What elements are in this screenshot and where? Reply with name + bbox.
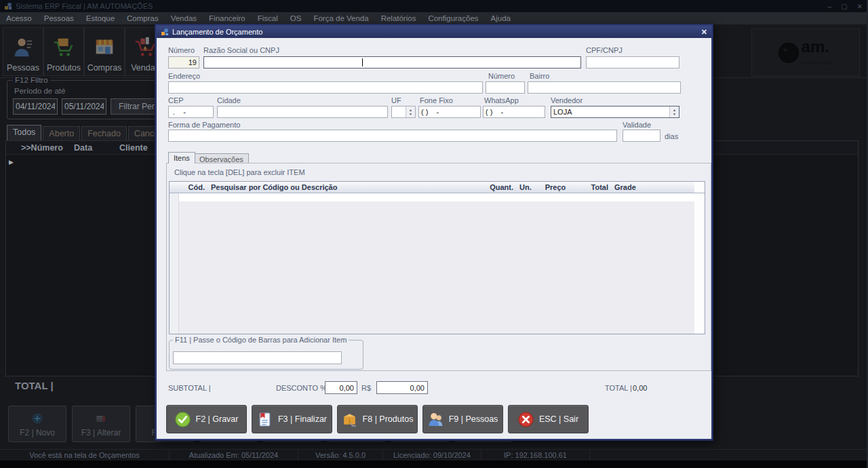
menu-item-os[interactable]: OS xyxy=(284,13,308,24)
grid-header-descricao: Pesquisar por Código ou Descrição xyxy=(208,182,479,193)
edit-icon xyxy=(94,411,108,426)
forma-pagamento-input[interactable] xyxy=(168,130,617,142)
grid-scroll-area[interactable] xyxy=(694,193,705,334)
delete-hint: Clique na tecla [DEL] para excluir ITEM xyxy=(174,168,305,176)
validade-label: Validade xyxy=(623,121,651,129)
menu-item-relatorios[interactable]: Relatórios xyxy=(375,13,422,24)
toolbar-produtos-label: Produtos xyxy=(47,63,81,73)
grid-selector-column xyxy=(170,182,179,193)
grid-header-total: Total xyxy=(574,182,612,193)
main-toolbar: Pessoas Produtos Compras Vendas xyxy=(3,27,165,77)
statusbar-licensed: Licenciado: 09/10/2024 xyxy=(383,450,481,461)
finalizar-button[interactable]: F3 | Finalizar xyxy=(252,405,332,433)
menu-item-ajuda[interactable]: Ajuda xyxy=(485,13,517,24)
fone-fixo-label: Fone Fixo xyxy=(420,96,453,104)
dialog-close-icon[interactable]: ✕ xyxy=(701,28,707,37)
product-box-icon xyxy=(342,412,357,427)
close-icon[interactable]: ✕ xyxy=(857,3,863,10)
cpf-cnpj-input[interactable] xyxy=(586,56,679,69)
menu-item-financeiro[interactable]: Financeiro xyxy=(203,13,252,24)
menu-item-vendas[interactable]: Vendas xyxy=(165,13,203,24)
date-from-input[interactable] xyxy=(13,98,58,115)
menu-item-fiscal[interactable]: Fiscal xyxy=(252,13,284,24)
date-to-input[interactable] xyxy=(62,98,106,115)
list-header-numero: >>Número xyxy=(6,143,74,153)
cidade-input[interactable] xyxy=(217,106,388,118)
fone-fixo-input[interactable] xyxy=(418,106,481,118)
tab-aberto[interactable]: Aberto xyxy=(43,126,80,140)
barcode-input[interactable] xyxy=(173,351,342,364)
numero-label: Número xyxy=(168,46,195,54)
dialog-titlebar[interactable]: Lançamento de Orçamento ✕ xyxy=(157,26,711,38)
screen: Sistema ERP Fiscal | AM AUTOMAÇÕES – ▢ ✕… xyxy=(0,0,868,468)
vendedor-input[interactable] xyxy=(551,106,679,118)
logo-subtext: AUTOMAÇÕES xyxy=(802,62,833,65)
person-icon xyxy=(12,36,35,59)
people-icon xyxy=(428,412,443,427)
uf-spinner[interactable]: ▲▼ xyxy=(391,106,416,118)
menu-item-configuracoes[interactable]: Configurações xyxy=(422,13,484,24)
bairro-input[interactable] xyxy=(528,81,681,94)
grid-row-selector-column xyxy=(170,193,179,334)
itens-tab-panel: Clique na tecla [DEL] para excluir ITEM … xyxy=(166,163,711,371)
gravar-label: F2 | Gravar xyxy=(196,414,239,424)
desconto-percent-input[interactable] xyxy=(325,381,357,394)
alterar-button[interactable]: F3 | Alterar xyxy=(72,406,130,442)
subtotal-label: SUBTOTAL | xyxy=(168,384,211,392)
tab-fechado[interactable]: Fechado xyxy=(81,126,127,140)
pessoas-button[interactable]: F9 | Pessoas xyxy=(422,405,503,433)
items-grid[interactable]: Cód. Pesquisar por Código ou Descrição Q… xyxy=(169,181,705,334)
desconto-label: DESCONTO % xyxy=(276,384,327,392)
tab-todos[interactable]: Todos xyxy=(7,125,41,140)
cpf-cnpj-label: CPF/CNPJ xyxy=(586,46,623,54)
dialog-buttons: F2 | Gravar F3 | Finalizar F8 | Produtos… xyxy=(166,405,589,433)
endereco-input[interactable] xyxy=(168,81,483,94)
maximize-icon[interactable]: ▢ xyxy=(841,3,847,10)
gravar-button[interactable]: F2 | Gravar xyxy=(166,405,247,433)
novo-button[interactable]: F2 | Novo xyxy=(8,406,66,442)
dialog-icon xyxy=(161,28,169,36)
produtos-label: F8 | Produtos xyxy=(363,414,414,424)
whatsapp-input[interactable] xyxy=(483,106,545,118)
numero-endereco-input[interactable] xyxy=(486,81,525,94)
menu-item-forca-de-venda[interactable]: Força de Venda xyxy=(307,13,374,24)
tab-observacoes[interactable]: Observações xyxy=(194,153,249,163)
grid-header-preco: Preço xyxy=(537,182,574,193)
numero-endereco-label: Número xyxy=(488,72,515,80)
numero-input[interactable] xyxy=(168,56,199,69)
produtos-button[interactable]: F8 | Produtos xyxy=(337,405,418,433)
bairro-label: Bairro xyxy=(530,72,549,80)
menu-item-acesso[interactable]: Acesso xyxy=(0,13,38,24)
exit-x-icon xyxy=(518,412,534,427)
sair-button[interactable]: ESC | Sair xyxy=(508,405,589,433)
rs-label: R$ xyxy=(361,384,371,392)
toolbar-pessoas-button[interactable]: Pessoas xyxy=(3,27,43,76)
vendedor-spinner[interactable]: ▲▼ xyxy=(551,106,679,118)
dialog-lancamento-orcamento: Lançamento de Orçamento ✕ Número Razão S… xyxy=(155,24,713,440)
toolbar-compras-label: Compras xyxy=(87,63,122,73)
cep-input[interactable] xyxy=(168,106,214,118)
menu-item-pessoas[interactable]: Pessoas xyxy=(38,13,80,24)
novo-label: F2 | Novo xyxy=(20,428,55,437)
menu-item-estoque[interactable]: Estoque xyxy=(80,13,121,24)
total-value: 0,00 xyxy=(633,384,647,392)
tab-itens[interactable]: Itens xyxy=(168,152,195,163)
grid-empty-row[interactable] xyxy=(179,193,694,202)
desconto-valor-input[interactable] xyxy=(376,381,428,394)
spinner-arrows-icon[interactable]: ▲▼ xyxy=(669,106,679,117)
toolbar-produtos-button[interactable]: Produtos xyxy=(43,27,84,76)
razao-social-input[interactable] xyxy=(203,56,581,69)
period-label: Período de até xyxy=(14,87,65,95)
status-bar: Você está na tela de Orçamentos Atualiza… xyxy=(0,449,867,461)
forma-pagamento-label: Forma de Pagamento xyxy=(168,121,240,129)
vendedor-label: Vendedor xyxy=(551,96,583,104)
spinner-arrows-icon[interactable]: ▲▼ xyxy=(406,106,415,117)
menu-item-compras[interactable]: Compras xyxy=(121,13,165,24)
validade-input[interactable] xyxy=(623,130,660,142)
grid-header-quant: Quant. xyxy=(479,182,517,193)
statusbar-version: Versão: 4.5.0.0 xyxy=(298,450,383,461)
filter-groupbox: F12 Filtro Período de até Filtrar Períod… xyxy=(7,80,173,119)
toolbar-compras-button[interactable]: Compras xyxy=(84,27,125,76)
totals-row: SUBTOTAL | DESCONTO % R$ TOTAL | 0,00 xyxy=(157,381,711,395)
minimize-icon[interactable]: – xyxy=(828,3,832,10)
